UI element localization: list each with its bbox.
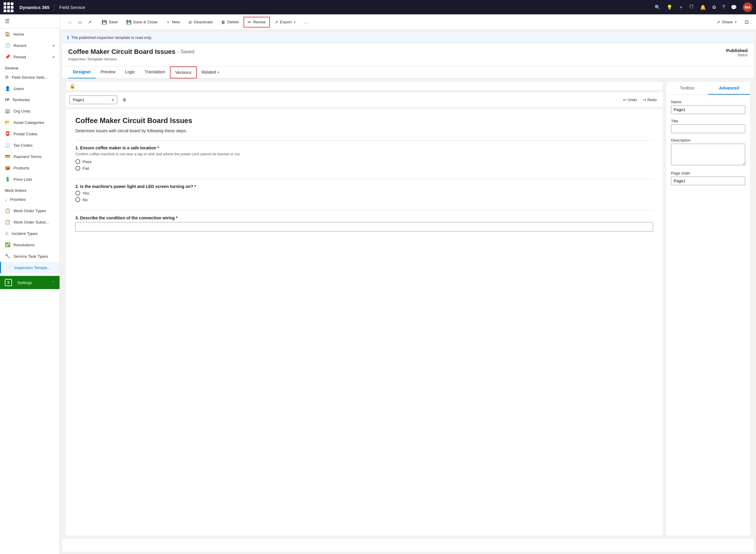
sidebar-item-asset-categories[interactable]: 📂 Asset Categories: [0, 117, 60, 128]
question-3-text-input[interactable]: [75, 222, 653, 232]
settings-icon[interactable]: ⚙: [712, 4, 716, 10]
delete-button[interactable]: 🗑 Delete: [217, 17, 242, 27]
price-lists-icon: 💲: [5, 177, 10, 182]
prop-description-textarea[interactable]: [671, 144, 745, 165]
help-icon[interactable]: ?: [722, 4, 725, 10]
sidebar-item-resolutions-label: Resolutions: [13, 243, 35, 247]
save-button[interactable]: 💾 Save: [98, 17, 121, 27]
tab-related[interactable]: Related ∨: [197, 66, 225, 78]
open-new-window-button[interactable]: ↗: [85, 17, 94, 27]
question-2-option-yes[interactable]: Yes: [75, 191, 653, 196]
status-label: Status: [726, 53, 748, 57]
sidebar-item-postal-codes[interactable]: 📮 Postal Codes: [0, 128, 60, 140]
sidebar-item-resolutions[interactable]: ✅ Resolutions: [0, 239, 60, 251]
sidebar-item-work-order-types-label: Work Order Types: [13, 209, 46, 213]
tax-codes-icon: 🧾: [5, 143, 10, 148]
sidebar-item-tax-codes[interactable]: 🧾 Tax Codes: [0, 140, 60, 151]
sidebar-item-users[interactable]: 👤 Users: [0, 83, 60, 94]
revise-icon: ✏: [248, 20, 251, 24]
sidebar-item-products[interactable]: 📦 Products: [0, 162, 60, 174]
save-close-button[interactable]: 💾 Save & Close: [123, 17, 161, 27]
sidebar-item-work-order-subst[interactable]: 📋 Work Order Subst...: [0, 216, 60, 228]
sidebar-item-priorities[interactable]: ↓ Priorities: [0, 194, 60, 205]
record-tabs: Designer Preview Logic Translation Versi…: [62, 66, 754, 78]
bell-icon[interactable]: 🔔: [700, 4, 706, 10]
settings-label: Settings: [17, 280, 32, 285]
prop-name-label: Name: [671, 100, 745, 104]
canvas-divider-2: [75, 179, 653, 179]
asset-categories-icon: 📂: [5, 120, 10, 125]
search-icon[interactable]: 🔍: [654, 4, 660, 10]
sidebar-item-price-lists-label: Price Lists: [13, 177, 32, 182]
question-1-label: 1. Ensure coffee maker is a safe locatio…: [75, 146, 653, 150]
question-2-option-no[interactable]: No: [75, 197, 653, 202]
sidebar-item-org-units[interactable]: 🏢 Org Units: [0, 105, 60, 117]
tab-logic[interactable]: Logic: [120, 66, 140, 78]
lightbulb-icon[interactable]: 💡: [667, 4, 673, 10]
sidebar-settings-item[interactable]: S Settings ⌃: [0, 276, 60, 289]
share-button[interactable]: ↗ Share ∨: [713, 17, 741, 27]
sidebar-item-service-task-types[interactable]: 🔧 Service Task Types: [0, 251, 60, 262]
deactivate-button[interactable]: ⊘ Deactivate: [185, 17, 216, 27]
question-2-label: 2. Is the machine's power light and LED …: [75, 184, 653, 189]
question-1-option-fail[interactable]: Fail: [75, 166, 653, 171]
sidebar-item-asset-categories-label: Asset Categories: [13, 120, 44, 125]
canvas-wrapper: 🔒 Page1 ∨ 🗑 ↩ Undo: [66, 82, 663, 536]
entity-view-button[interactable]: ▭: [75, 17, 84, 27]
panel-tabs: Toolbox Advanced: [666, 82, 750, 95]
filter-icon[interactable]: ⛉: [689, 4, 694, 10]
sidebar-item-work-order-types[interactable]: 📋 Work Order Types: [0, 205, 60, 216]
save-close-icon: 💾: [126, 20, 131, 24]
sidebar: ☰ 🏠 Home 🕐 Recent ∨ 📌 Pinned ∨ General ⚙…: [0, 14, 60, 554]
tab-preview[interactable]: Preview: [96, 66, 120, 78]
radio-circle-fail: [75, 166, 80, 171]
prop-name-input[interactable]: [671, 105, 745, 114]
expand-panel-button[interactable]: ⊡: [742, 17, 751, 27]
redo-button[interactable]: ↪ Redo: [640, 96, 659, 103]
chat-icon[interactable]: 💬: [731, 4, 737, 10]
sidebar-item-territories-label: Territories: [12, 98, 30, 102]
undo-button[interactable]: ↩ Undo: [621, 96, 639, 103]
export-button[interactable]: ↗ Export ∨: [271, 17, 300, 27]
prop-page-order-input[interactable]: [671, 177, 745, 185]
revise-label: Revise: [253, 20, 265, 24]
user-avatar[interactable]: MA: [743, 2, 752, 12]
new-button[interactable]: ＋ New: [163, 17, 184, 27]
content-area: ◁ ▭ ↗ 💾 Save 💾 Save & Close ＋ New ⊘ Deac…: [60, 14, 756, 554]
apps-menu-button[interactable]: [4, 2, 13, 12]
resolutions-icon: ✅: [5, 242, 10, 247]
related-chevron-icon: ∨: [217, 70, 219, 74]
info-banner-message: The published inspection template is rea…: [71, 35, 152, 40]
sidebar-item-inspection-templates[interactable]: 📄 Inspection Templa...: [0, 262, 60, 273]
form-area: ℹ The published inspection template is r…: [62, 32, 754, 552]
users-icon: 👤: [5, 86, 10, 91]
delete-page-button[interactable]: 🗑: [120, 95, 129, 104]
sidebar-item-field-service-settings[interactable]: ⚙ Field Service Setti...: [0, 71, 60, 83]
sidebar-item-price-lists[interactable]: 💲 Price Lists: [0, 174, 60, 185]
sidebar-item-home[interactable]: 🏠 Home: [0, 29, 60, 40]
work-orders-section-label: Work Orders: [0, 185, 60, 194]
prop-title-input[interactable]: [671, 124, 745, 133]
tab-translation[interactable]: Translation: [140, 66, 170, 78]
prop-description-label: Description: [671, 138, 745, 143]
revise-button[interactable]: ✏ Revise: [244, 17, 269, 27]
info-circle-icon: ℹ: [67, 35, 69, 40]
panel-tab-advanced[interactable]: Advanced: [708, 82, 750, 95]
sidebar-item-work-order-subst-label: Work Order Subst...: [13, 220, 49, 224]
back-button[interactable]: ◁: [65, 17, 74, 27]
question-1-option-pass[interactable]: Pass: [75, 159, 653, 164]
sidebar-item-recent[interactable]: 🕐 Recent ∨: [0, 40, 60, 51]
page-select-dropdown[interactable]: Page1 ∨: [69, 96, 117, 104]
plus-icon[interactable]: ＋: [679, 4, 683, 10]
sidebar-item-incident-types[interactable]: ⚠ Incident Types: [0, 228, 60, 239]
tab-designer[interactable]: Designer: [68, 66, 96, 78]
more-options-button[interactable]: ...: [301, 17, 311, 27]
undo-redo-group: ↩ Undo ↪ Redo: [621, 96, 659, 103]
hamburger-menu[interactable]: ☰: [0, 14, 60, 29]
sidebar-item-territories[interactable]: 🗺 Territories: [0, 94, 60, 105]
sidebar-item-payment-terms[interactable]: 💳 Payment Terms: [0, 151, 60, 162]
tab-versions[interactable]: Versions: [170, 66, 197, 78]
panel-tab-toolbox[interactable]: Toolbox: [666, 82, 708, 95]
sidebar-item-pinned[interactable]: 📌 Pinned ∨: [0, 51, 60, 63]
recent-chevron-icon: ∨: [52, 44, 55, 48]
